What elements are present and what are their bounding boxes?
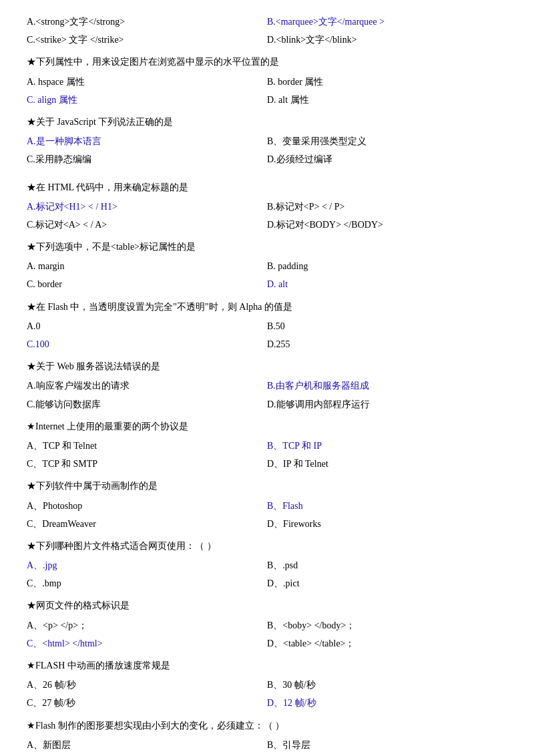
question-8: ★Internet 上使用的最重要的两个协议是 A、TCP 和 Telnet B… [27, 418, 507, 473]
option-9c: C、DreamWeaver [27, 516, 267, 532]
question-11-title: ★网页文件的格式标识是 [27, 597, 507, 614]
option-1b: B.<marquee>文字</marquee > [267, 13, 507, 30]
option-1a: A.<strong>文字</strong> [27, 13, 267, 30]
option-13a: A、新图层 [27, 737, 267, 753]
option-2d: D. alt 属性 [267, 91, 507, 108]
option-12d: D、12 帧/秒 [267, 695, 507, 711]
option-6d: D.255 [267, 336, 507, 353]
option-4b: B.标记对<P> < / P> [267, 198, 507, 215]
option-3b: B、变量采用强类型定义 [267, 133, 507, 150]
option-8a: A、TCP 和 Telnet [27, 437, 267, 454]
option-3d: D.必须经过编译 [267, 151, 507, 168]
option-10a: A、.jpg [27, 557, 267, 574]
option-8b: B、TCP 和 IP [267, 437, 507, 454]
option-6a: A.0 [27, 318, 267, 335]
question-12-title: ★FLASH 中动画的播放速度常规是 [27, 657, 507, 674]
option-10d: D、.pict [267, 575, 507, 592]
question-13: ★Flash 制作的图形要想实现由小到大的变化，必须建立：（ ） A、新图层 B… [27, 717, 507, 756]
option-9d: D、Fireworks [267, 516, 507, 532]
question-8-title: ★Internet 上使用的最重要的两个协议是 [27, 418, 507, 435]
question-9: ★下列软件中属于动画制作的是 A、Photoshop B、Flash C、Dre… [27, 478, 507, 532]
option-8c: C、TCP 和 SMTP [27, 455, 267, 472]
option-5a: A. margin [27, 258, 267, 274]
option-5b: B. padding [267, 258, 507, 274]
option-11c: C、<html> </html> [27, 635, 267, 652]
option-4a: A.标记对<H1> < / H1> [27, 198, 267, 215]
question-7-title: ★关于 Web 服务器说法错误的是 [27, 358, 507, 375]
question-10: ★下列哪种图片文件格式适合网页使用：（ ） A、.jpg B、.psd C、.b… [27, 538, 507, 592]
option-8d: D、IP 和 Telnet [267, 455, 507, 472]
option-7b: B.由客户机和服务器组成 [267, 377, 507, 394]
option-7a: A.响应客户端发出的请求 [27, 377, 267, 394]
question-3: ★关于 JavaScript 下列说法正确的是 A.是一种脚本语言 B、变量采用… [27, 114, 507, 168]
option-5c: C. border [27, 276, 267, 293]
option-12a: A、26 帧/秒 [27, 677, 267, 693]
option-11a: A、<p> </p>； [27, 617, 267, 634]
option-2a: A. hspace 属性 [27, 73, 267, 90]
option-13b: B、引导层 [267, 737, 507, 753]
question-6: ★在 Flash 中，当透明度设置为完全"不透明"时，则 Alpha 的值是 A… [27, 299, 507, 353]
option-11b: B、<boby> </body>； [267, 617, 507, 634]
option-2b: B. border 属性 [267, 73, 507, 90]
option-6b: B.50 [267, 318, 507, 335]
question-11: ★网页文件的格式标识是 A、<p> </p>； B、<boby> </body>… [27, 597, 507, 652]
option-1d: D.<blink>文字</blink> [267, 31, 507, 48]
option-9a: A、Photoshop [27, 498, 267, 514]
option-7c: C.能够访问数据库 [27, 396, 267, 413]
question-2-title: ★下列属性中，用来设定图片在浏览器中显示的水平位置的是 [27, 53, 507, 70]
option-10c: C、.bmp [27, 575, 267, 592]
question-5: ★下列选项中，不是<table>标记属性的是 A. margin B. padd… [27, 238, 507, 293]
option-12c: C、27 帧/秒 [27, 695, 267, 711]
question-12: ★FLASH 中动画的播放速度常规是 A、26 帧/秒 B、30 帧/秒 C、2… [27, 657, 507, 712]
option-2c: C. align 属性 [27, 91, 267, 108]
option-12b: B、30 帧/秒 [267, 677, 507, 693]
option-5d: D. alt [267, 276, 507, 293]
question-13-title: ★Flash 制作的图形要想实现由小到大的变化，必须建立：（ ） [27, 717, 507, 734]
question-7: ★关于 Web 服务器说法错误的是 A.响应客户端发出的请求 B.由客户机和服务… [27, 358, 507, 413]
question-10-title: ★下列哪种图片文件格式适合网页使用：（ ） [27, 538, 507, 554]
option-3a: A.是一种脚本语言 [27, 133, 267, 150]
page-content: A.<strong>文字</strong> B.<marquee>文字</mar… [27, 13, 507, 756]
question-1: A.<strong>文字</strong> B.<marquee>文字</mar… [27, 13, 507, 48]
question-2: ★下列属性中，用来设定图片在浏览器中显示的水平位置的是 A. hspace 属性… [27, 53, 507, 108]
question-4: ★在 HTML 代码中，用来确定标题的是 A.标记对<H1> < / H1> B… [27, 179, 507, 234]
option-6c: C.100 [27, 336, 267, 353]
question-5-title: ★下列选项中，不是<table>标记属性的是 [27, 238, 507, 255]
question-6-title: ★在 Flash 中，当透明度设置为完全"不透明"时，则 Alpha 的值是 [27, 299, 507, 315]
option-3c: C.采用静态编编 [27, 151, 267, 168]
option-1c: C.<strike> 文字 </strike> [27, 31, 267, 48]
option-7d: D.能够调用内部程序运行 [267, 396, 507, 413]
option-11d: D、<table> </table>； [267, 635, 507, 652]
question-9-title: ★下列软件中属于动画制作的是 [27, 478, 507, 494]
question-4-title: ★在 HTML 代码中，用来确定标题的是 [27, 179, 507, 196]
option-4c: C.标记对<A> < / A> [27, 216, 267, 233]
option-10b: B、.psd [267, 557, 507, 574]
option-9b: B、Flash [267, 498, 507, 514]
question-3-title: ★关于 JavaScript 下列说法正确的是 [27, 114, 507, 130]
option-4d: D.标记对<BODY> </BODY> [267, 216, 507, 233]
